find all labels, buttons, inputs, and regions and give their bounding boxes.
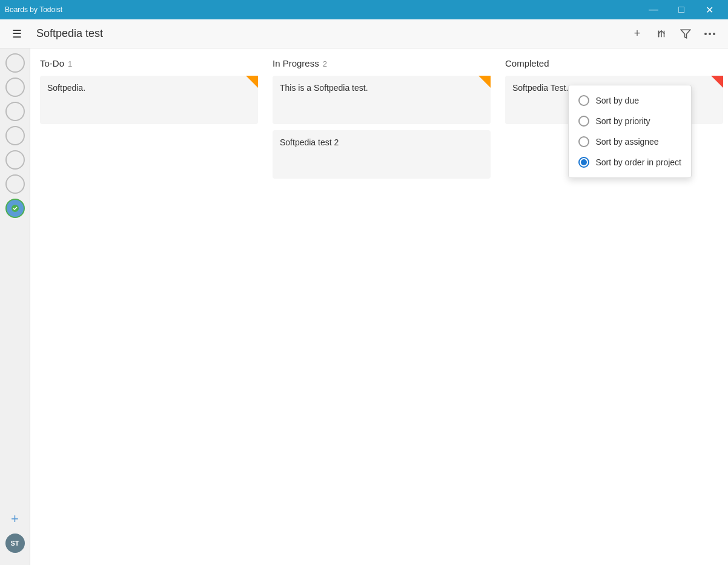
card-4-text: Softpedia Test... xyxy=(512,83,573,93)
filter-button[interactable] xyxy=(675,23,697,45)
content-area: + ST To-Do 1 Softpedia. In Progress xyxy=(0,48,728,565)
card-3[interactable]: Softpedia test 2 xyxy=(273,130,491,179)
add-button[interactable]: + xyxy=(626,23,648,45)
sort-option-priority[interactable]: Sort by priority xyxy=(569,111,691,131)
card-1-text: Softpedia. xyxy=(47,83,85,93)
app-title: Boards by Todoist xyxy=(5,5,62,14)
window-controls: — □ ✕ xyxy=(640,0,723,19)
sidebar-bottom: + ST xyxy=(5,509,25,560)
sort-option-order[interactable]: Sort by order in project xyxy=(569,152,691,173)
sidebar-item-4[interactable] xyxy=(5,126,25,145)
card-2-corner xyxy=(478,76,491,88)
sidebar-item-3[interactable] xyxy=(5,102,25,121)
close-button[interactable]: ✕ xyxy=(695,0,723,19)
column-inprogress: In Progress 2 This is a Softpedia test. … xyxy=(273,58,491,185)
sidebar-item-1[interactable] xyxy=(5,53,25,73)
column-completed-header: Completed xyxy=(505,58,723,68)
column-inprogress-count: 2 xyxy=(323,59,327,68)
sort-order-label: Sort by order in project xyxy=(595,157,681,167)
card-1[interactable]: Softpedia. xyxy=(40,76,258,124)
column-todo-count: 1 xyxy=(68,59,72,68)
column-inprogress-title: In Progress xyxy=(273,58,319,68)
svg-point-4 xyxy=(704,33,707,35)
column-todo-header: To-Do 1 xyxy=(40,58,258,68)
sidebar-item-5[interactable] xyxy=(5,150,25,170)
sidebar: + ST xyxy=(0,48,30,565)
menu-button[interactable]: ☰ xyxy=(7,24,27,44)
svg-marker-3 xyxy=(681,30,690,38)
sidebar-item-2[interactable] xyxy=(5,78,25,97)
page-title: Softpedia test xyxy=(36,27,621,40)
titlebar: Boards by Todoist — □ ✕ xyxy=(0,0,728,19)
sort-option-due[interactable]: Sort by due xyxy=(569,90,691,111)
card-3-text: Softpedia test 2 xyxy=(280,137,339,147)
column-completed-title: Completed xyxy=(505,58,549,68)
card-2-text: This is a Softpedia test. xyxy=(280,83,368,93)
sort-assignee-radio[interactable] xyxy=(578,136,589,147)
card-1-corner xyxy=(246,76,258,88)
maximize-button[interactable]: □ xyxy=(667,0,695,19)
avatar[interactable]: ST xyxy=(5,534,25,553)
sort-due-label: Sort by due xyxy=(595,96,639,105)
card-2[interactable]: This is a Softpedia test. xyxy=(273,76,491,124)
board: To-Do 1 Softpedia. In Progress 2 This is… xyxy=(30,48,728,565)
svg-point-6 xyxy=(713,33,715,35)
sort-priority-label: Sort by priority xyxy=(595,116,650,126)
column-inprogress-header: In Progress 2 xyxy=(273,58,491,68)
sort-due-radio[interactable] xyxy=(578,95,589,106)
sort-button[interactable] xyxy=(650,23,672,45)
sort-dropdown: Sort by due Sort by priority Sort by ass… xyxy=(568,85,692,178)
svg-point-5 xyxy=(709,33,711,35)
sort-assignee-label: Sort by assignee xyxy=(595,137,658,147)
sidebar-item-6[interactable] xyxy=(5,174,25,194)
card-4-corner xyxy=(711,76,723,88)
sidebar-item-7[interactable] xyxy=(5,199,25,218)
sort-option-assignee[interactable]: Sort by assignee xyxy=(569,131,691,152)
minimize-button[interactable]: — xyxy=(640,0,667,19)
sidebar-add-button[interactable]: + xyxy=(5,509,25,529)
sort-order-radio[interactable] xyxy=(578,157,589,168)
sort-priority-radio[interactable] xyxy=(578,116,589,127)
app: ☰ Softpedia test + xyxy=(0,19,728,565)
column-todo: To-Do 1 Softpedia. xyxy=(40,58,258,130)
toolbar: ☰ Softpedia test + xyxy=(0,19,728,48)
toolbar-actions: + xyxy=(626,23,721,45)
more-button[interactable] xyxy=(699,23,721,45)
column-todo-title: To-Do xyxy=(40,58,64,68)
